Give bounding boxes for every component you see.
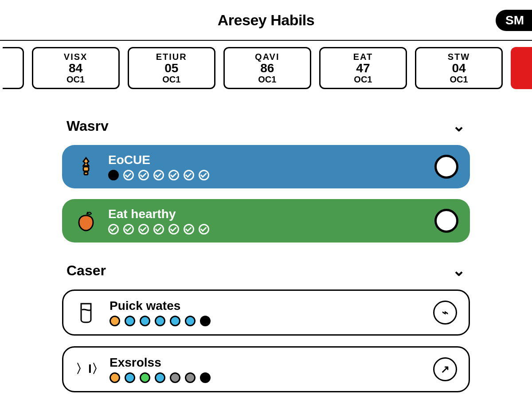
streak-dot xyxy=(168,224,179,235)
header: Aresey Habils SM xyxy=(0,0,532,40)
date-dow: STW xyxy=(448,52,470,62)
habit-card[interactable]: Puick wates ⌁ xyxy=(62,289,470,336)
streak-dot xyxy=(138,224,149,235)
streak-dot xyxy=(125,372,135,383)
streak-dot xyxy=(110,372,120,383)
habit-action-button[interactable]: ◀ xyxy=(434,155,458,179)
habit-name: EoCUE xyxy=(108,153,425,167)
streak-dots xyxy=(108,170,425,180)
date-strip: VISX 84 OC1 ETIUR 05 OC1 QAVI 86 OC1 EAT… xyxy=(0,41,532,95)
streak-dot xyxy=(108,170,119,180)
apple-icon xyxy=(74,208,98,233)
timer-icon: ⌁ xyxy=(442,306,448,319)
play-left-icon: ◀ xyxy=(442,160,450,173)
streak-dot xyxy=(138,170,149,180)
streak-dot xyxy=(185,316,196,326)
date-dow: QAVI xyxy=(255,52,279,62)
date-mon: OC1 xyxy=(354,74,372,85)
date-cell[interactable]: EAT 47 OC1 xyxy=(319,47,407,89)
habit-card[interactable]: Eat hearthy ▣ xyxy=(62,199,470,243)
chevron-down-icon: ⌄ xyxy=(452,117,466,135)
date-mon: OC1 xyxy=(450,74,468,85)
date-cell[interactable]: VISX 84 OC1 xyxy=(32,47,120,89)
streak-dot xyxy=(153,170,164,180)
date-cell-today[interactable] xyxy=(511,47,532,89)
streak-dot xyxy=(123,170,134,180)
habit-name: Eat hearthy xyxy=(108,207,425,221)
date-num: 05 xyxy=(164,62,178,74)
cup-icon xyxy=(75,300,100,325)
streak-dots xyxy=(108,224,425,235)
main: Wasrv ⌄ EoCUE ◀ Eat hearthy xyxy=(0,95,532,392)
streak-dot xyxy=(155,316,165,326)
streak-dot xyxy=(110,316,120,326)
streak-dot xyxy=(170,372,180,383)
streak-dot xyxy=(170,316,180,326)
section-title: Wasrv xyxy=(66,118,109,134)
section-header[interactable]: Wasrv ⌄ xyxy=(62,109,470,145)
streak-dot xyxy=(199,170,209,180)
habit-body: EoCUE xyxy=(108,153,425,180)
svg-rect-0 xyxy=(83,167,89,171)
habit-card[interactable]: EoCUE ◀ xyxy=(62,145,470,188)
date-dow: VISX xyxy=(64,52,88,62)
streak-dot xyxy=(108,224,119,235)
chevron-down-icon: ⌄ xyxy=(452,261,466,280)
streak-dot xyxy=(200,316,211,326)
date-cell[interactable]: QAVI 86 OC1 xyxy=(223,47,311,89)
streak-dot xyxy=(140,316,150,326)
habit-action-button[interactable]: ▣ xyxy=(434,209,458,233)
streak-dot xyxy=(153,224,164,235)
date-mon: OC1 xyxy=(258,74,276,85)
streak-dot xyxy=(185,372,196,383)
streak-dot xyxy=(155,372,165,383)
habit-action-button[interactable]: ⌁ xyxy=(433,301,457,325)
streak-dot xyxy=(168,170,179,180)
date-num: 86 xyxy=(260,62,274,74)
arrow-icon: ↗ xyxy=(441,363,450,376)
streak-dots xyxy=(110,372,423,383)
date-cell-partial-left[interactable] xyxy=(3,47,24,89)
date-dow: ETIUR xyxy=(156,52,187,62)
header-pill[interactable]: SM xyxy=(496,10,532,31)
habit-action-button[interactable]: ↗ xyxy=(433,357,457,381)
section-header[interactable]: Caser ⌄ xyxy=(62,253,470,289)
habit-name: Puick wates xyxy=(110,299,423,313)
streak-dots xyxy=(110,316,423,326)
habit-card[interactable]: 〉I〉 Exsrolss ↗ xyxy=(62,346,470,392)
svg-line-2 xyxy=(87,212,88,215)
date-mon: OC1 xyxy=(66,74,85,85)
habit-body: Puick wates xyxy=(110,299,423,326)
svg-text:〉I〉: 〉I〉 xyxy=(76,362,99,376)
date-cell[interactable]: STW 04 OC1 xyxy=(415,47,503,89)
streak-dot xyxy=(184,224,194,235)
date-num: 47 xyxy=(356,62,370,74)
streak-dot xyxy=(184,170,194,180)
habit-body: Eat hearthy xyxy=(108,207,425,235)
streak-dot xyxy=(200,372,211,383)
streak-dot xyxy=(140,372,150,383)
streak-dot xyxy=(125,316,135,326)
lightbulb-icon xyxy=(74,154,98,179)
date-dow: EAT xyxy=(353,52,373,62)
date-cell[interactable]: ETIUR 05 OC1 xyxy=(128,47,215,89)
exercise-icon: 〉I〉 xyxy=(75,357,100,382)
svg-rect-1 xyxy=(84,172,88,175)
habit-name: Exsrolss xyxy=(110,356,423,370)
page-title: Aresey Habils xyxy=(218,12,314,29)
date-mon: OC1 xyxy=(162,74,180,85)
section-title: Caser xyxy=(66,262,106,279)
habit-body: Exsrolss xyxy=(110,356,423,383)
streak-dot xyxy=(199,224,209,235)
stop-icon: ▣ xyxy=(442,215,452,227)
date-num: 04 xyxy=(452,62,466,74)
streak-dot xyxy=(123,224,134,235)
date-num: 84 xyxy=(69,62,82,74)
